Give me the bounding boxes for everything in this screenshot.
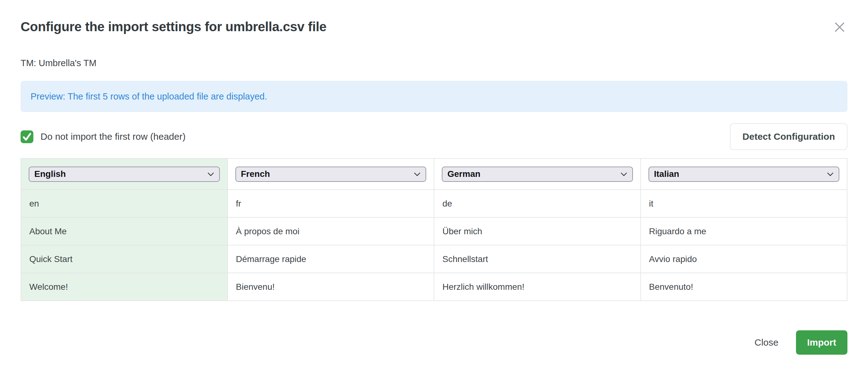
language-select-column-1[interactable]: English: [29, 167, 220, 182]
table-cell: Riguardo a me: [641, 218, 847, 245]
table-row: Quick Start Démarrage rapide Schnellstar…: [21, 245, 847, 273]
language-select-value: English: [34, 169, 66, 179]
preview-table: English French: [21, 158, 847, 301]
table-cell: en: [21, 190, 227, 218]
table-cell: Bienvenu!: [227, 273, 434, 301]
dialog-footer: Close Import: [21, 330, 847, 355]
language-select-value: Italian: [654, 169, 679, 179]
table-cell: it: [641, 190, 847, 218]
import-settings-dialog: Configure the import settings for umbrel…: [0, 0, 868, 374]
preview-notice-text: Preview: The first 5 rows of the uploade…: [31, 91, 267, 102]
skip-header-label: Do not import the first row (header): [40, 131, 186, 142]
language-select-column-4[interactable]: Italian: [649, 167, 840, 182]
dialog-header: Configure the import settings for umbrel…: [21, 0, 847, 34]
table-cell: À propos de moi: [227, 218, 434, 245]
preview-notice-banner: Preview: The first 5 rows of the uploade…: [21, 81, 847, 112]
import-button[interactable]: Import: [796, 330, 847, 355]
close-icon[interactable]: [834, 21, 845, 33]
table-header-cell: French: [227, 159, 434, 190]
detect-configuration-button[interactable]: Detect Configuration: [730, 123, 847, 150]
chevron-down-icon: [207, 172, 214, 176]
controls-row: Do not import the first row (header) Det…: [21, 123, 847, 150]
table-cell: Benvenuto!: [641, 273, 847, 301]
table-row: About Me À propos de moi Über mich Rigua…: [21, 218, 847, 245]
table-cell: de: [434, 190, 641, 218]
table-row: en fr de it: [21, 190, 847, 218]
table-row: Welcome! Bienvenu! Herzlich willkommen! …: [21, 273, 847, 301]
checkmark-icon: [21, 131, 33, 143]
table-header-cell: German: [434, 159, 641, 190]
dialog-title: Configure the import settings for umbrel…: [21, 19, 847, 34]
language-select-value: German: [447, 169, 480, 179]
chevron-down-icon: [620, 172, 627, 176]
language-select-column-3[interactable]: German: [442, 167, 633, 182]
table-header-cell: English: [21, 159, 227, 190]
table-cell: Über mich: [434, 218, 641, 245]
language-select-row: English French: [21, 159, 847, 190]
table-header-cell: Italian: [641, 159, 847, 190]
table-cell: fr: [227, 190, 434, 218]
table-cell: Démarrage rapide: [227, 245, 434, 273]
chevron-down-icon: [414, 172, 421, 176]
table-cell: Welcome!: [21, 273, 227, 301]
close-button[interactable]: Close: [754, 337, 778, 348]
table-cell: Quick Start: [21, 245, 227, 273]
table-cell: Schnellstart: [434, 245, 641, 273]
language-select-value: French: [241, 169, 270, 179]
tm-label: TM: Umbrella's TM: [21, 58, 847, 68]
skip-header-checkbox[interactable]: [21, 131, 33, 143]
table-cell: Herzlich willkommen!: [434, 273, 641, 301]
chevron-down-icon: [827, 172, 834, 176]
x-icon: [835, 22, 845, 32]
skip-header-checkbox-group[interactable]: Do not import the first row (header): [21, 131, 186, 143]
table-cell: Avvio rapido: [641, 245, 847, 273]
language-select-column-2[interactable]: French: [236, 167, 427, 182]
table-cell: About Me: [21, 218, 227, 245]
